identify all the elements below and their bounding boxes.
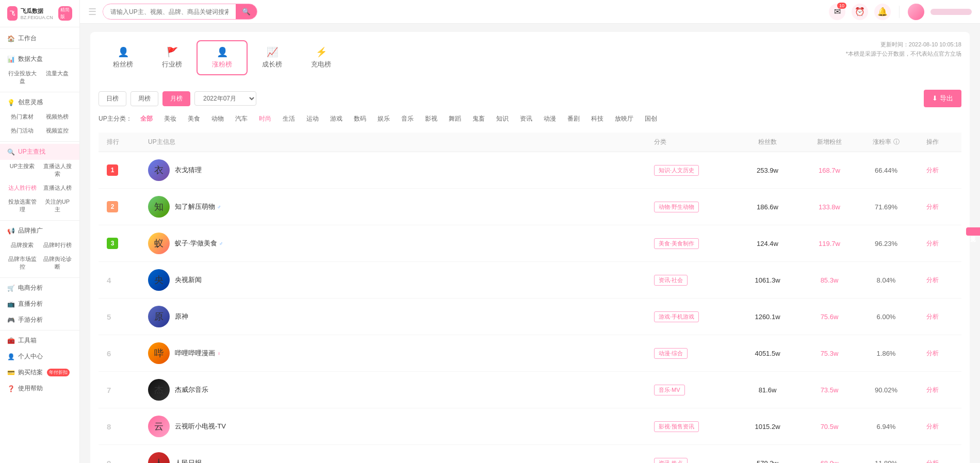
category-beauty[interactable]: 美妆 [161, 113, 179, 124]
category-digital[interactable]: 数码 [351, 113, 369, 124]
filter-weekly[interactable]: 周榜 [130, 91, 158, 106]
sidebar-item-ecommerce[interactable]: 🛒 电商分析 [0, 280, 79, 296]
sidebar-item-launch-manage[interactable]: 投放选案管理 [5, 195, 39, 216]
category-anime[interactable]: 动漫 [541, 113, 559, 124]
up-name: 蚁子·学做美食 [175, 239, 217, 247]
sidebar-item-live-rank[interactable]: 直播达人榜 [40, 181, 74, 194]
category-tag: 资讯·热点 [654, 458, 688, 464]
clock-icon-btn[interactable]: ⏰ [852, 4, 868, 20]
sidebar-item-follow-up[interactable]: 关注的UP主 [40, 195, 74, 216]
analyze-button[interactable]: 分析 [926, 203, 939, 210]
category-ghost[interactable]: 鬼畜 [469, 113, 488, 124]
analyze-button[interactable]: 分析 [926, 167, 939, 174]
tab-charge[interactable]: ⚡ 充电榜 [297, 41, 346, 74]
category-news[interactable]: 资讯 [517, 113, 535, 124]
main-area: ☰ 🔍 ✉ 10 ⏰ 🔔 [80, 0, 980, 463]
category-guochuang[interactable]: 国创 [642, 113, 660, 124]
growth-rate: 96.23% [875, 240, 897, 247]
sidebar-item-purchase[interactable]: 💳 购买结案 年付折扣 [0, 365, 79, 381]
th-fans: 粉丝数 [737, 138, 798, 146]
tab-rise[interactable]: 📈 成长榜 [248, 41, 297, 74]
fans-tab-icon: 👤 [118, 46, 129, 58]
category-drama[interactable]: 番剧 [564, 113, 583, 124]
sidebar-item-brand[interactable]: 📢 品牌推广 [0, 223, 79, 239]
category-fashion[interactable]: 时尚 [256, 113, 274, 124]
sidebar-item-hot-material[interactable]: 热门素材 [5, 110, 39, 123]
mail-icon-btn[interactable]: ✉ 10 [829, 4, 845, 20]
growth-tab-icon: 👤 [217, 46, 228, 58]
category-game[interactable]: 游戏 [327, 113, 346, 124]
sidebar-label-ecommerce: 电商分析 [18, 284, 43, 292]
sidebar-item-brand-monitor[interactable]: 品牌市场监控 [5, 253, 39, 273]
analyze-button[interactable]: 分析 [926, 350, 939, 357]
category-film[interactable]: 影视 [422, 113, 440, 124]
sidebar-item-video-rank[interactable]: 视频热榜 [40, 110, 74, 123]
tab-industry[interactable]: 🚩 行业榜 [148, 41, 197, 74]
sidebar-item-live[interactable]: 📺 直播分析 [0, 296, 79, 312]
sidebar-label-brand: 品牌推广 [18, 226, 43, 235]
sidebar-item-workspace[interactable]: 🏠 工作台 [0, 30, 79, 46]
rate-cell: 11.89% [860, 459, 912, 464]
sidebar-label-up-search: UP主查找 [18, 147, 45, 156]
filter-monthly[interactable]: 月榜 [162, 91, 190, 106]
sidebar-item-profile[interactable]: 👤 个人中心 [0, 349, 79, 365]
category-sport[interactable]: 运动 [303, 113, 322, 124]
analyze-button[interactable]: 分析 [926, 386, 939, 393]
user-avatar[interactable] [908, 4, 924, 20]
category-tech[interactable]: 科技 [588, 113, 607, 124]
sidebar-item-dashboard[interactable]: 📊 数据大盘 [0, 51, 79, 67]
filter-daily[interactable]: 日榜 [99, 91, 126, 106]
th-rate: 涨粉率 ⓘ [860, 138, 912, 146]
category-knowledge[interactable]: 知识 [493, 113, 512, 124]
category-entertainment[interactable]: 娱乐 [374, 113, 393, 124]
sidebar-item-industry-launch[interactable]: 行业投放大盘 [5, 67, 39, 88]
search-button[interactable]: 🔍 [236, 4, 257, 19]
fans-count: 4051.5w [755, 350, 780, 357]
sidebar-item-brand-search[interactable]: 品牌搜索 [5, 239, 39, 252]
new-fans-count: 133.8w [819, 203, 840, 211]
sidebar-item-game[interactable]: 🎮 手游分析 [0, 312, 79, 328]
new-fans-count: 85.3w [821, 276, 839, 284]
bell-icon-btn[interactable]: 🔔 [874, 4, 891, 20]
up-avatar: 知 [148, 196, 170, 218]
category-life[interactable]: 生活 [280, 113, 298, 124]
search-input[interactable] [103, 5, 236, 19]
category-car[interactable]: 汽车 [232, 113, 251, 124]
category-animal[interactable]: 动物 [208, 113, 227, 124]
analyze-button[interactable]: 分析 [926, 240, 939, 247]
sidebar-item-traffic[interactable]: 流量大盘 [40, 67, 74, 88]
sidebar-item-hot-activity[interactable]: 热门活动 [5, 124, 39, 137]
category-cinema[interactable]: 放映厅 [612, 113, 636, 124]
sidebar-item-up-search[interactable]: 🔍 UP主查找 [0, 144, 79, 160]
sidebar-item-talent-rank[interactable]: 达人胜行榜 [5, 181, 39, 194]
category-dance[interactable]: 舞蹈 [446, 113, 464, 124]
rank-cell: 2 [107, 201, 148, 212]
sidebar-item-help[interactable]: ❓ 使用帮助 [0, 381, 79, 396]
analyze-button[interactable]: 分析 [926, 459, 939, 464]
fans-count: 1015.2w [755, 423, 780, 431]
sidebar-item-video-monitor[interactable]: 视频监控 [40, 124, 74, 137]
sidebar-item-tools[interactable]: 🧰 工具箱 [0, 333, 79, 349]
category-music[interactable]: 音乐 [398, 113, 417, 124]
analyze-button[interactable]: 分析 [926, 276, 939, 284]
analyze-button[interactable]: 分析 [926, 423, 939, 430]
tab-industry-label: 行业榜 [162, 60, 182, 69]
date-select[interactable]: 2022年07月 [194, 91, 256, 106]
tab-fans[interactable]: 👤 粉丝榜 [99, 41, 148, 74]
sidebar-item-creative[interactable]: 💡 创意灵感 [0, 94, 79, 110]
rank-number: 4 [107, 276, 111, 285]
analyze-button[interactable]: 分析 [926, 313, 939, 320]
menu-toggle[interactable]: ☰ [88, 6, 96, 18]
export-button[interactable]: ⬇ 导出 [924, 90, 961, 107]
sidebar-item-brand-diagnosis[interactable]: 品牌舆论诊断 [40, 253, 74, 273]
up-avatar: 衣 [148, 159, 170, 181]
category-tag: 音乐·MV [654, 385, 685, 395]
sidebar-item-live-search[interactable]: 直播达人搜索 [40, 160, 74, 180]
sidebar-item-brand-rank[interactable]: 品牌时行榜 [40, 239, 74, 252]
tab-growth[interactable]: 👤 涨粉榜 [197, 40, 248, 75]
feedback-tab[interactable]: 意见反馈 [966, 227, 980, 236]
category-food[interactable]: 美食 [185, 113, 203, 124]
category-all[interactable]: 全部 [137, 113, 156, 124]
up-info-cell: 杰 杰威尔音乐 [148, 379, 654, 401]
sidebar-item-up-finder[interactable]: UP主搜索 [5, 160, 39, 180]
